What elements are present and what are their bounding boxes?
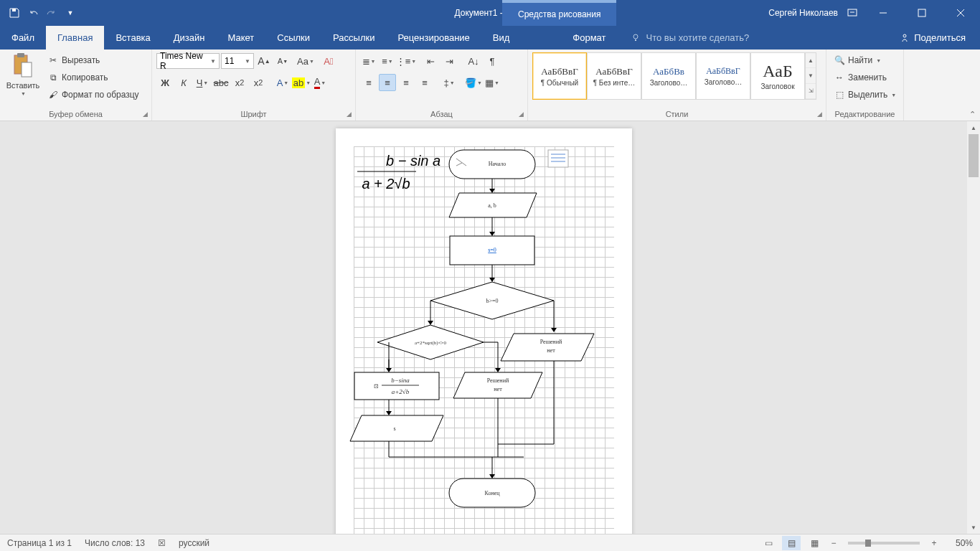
user-name[interactable]: Сергей Николаев — [768, 8, 838, 18]
shape-no-solution-2[interactable]: Решений нет — [453, 372, 542, 398]
shrink-font-button[interactable]: A▼ — [274, 52, 291, 70]
tab-mailings[interactable]: Рассылки — [321, 26, 386, 50]
font-color-button[interactable]: A▼ — [311, 74, 329, 91]
zoom-in-button[interactable]: + — [928, 537, 940, 549]
zoom-thumb[interactable] — [865, 540, 871, 547]
clipboard-dialog-launcher[interactable]: ◢ — [140, 109, 150, 119]
highlight-button[interactable]: ab▼ — [293, 74, 310, 91]
style-heading1[interactable]: АаБбВвЗаголово… — [641, 52, 696, 100]
multilevel-list-button[interactable]: ⋮≡▼ — [397, 52, 415, 70]
scroll-up-button[interactable]: ▲ — [967, 121, 980, 134]
status-proofing-icon[interactable]: ☒ — [158, 538, 166, 548]
select-button[interactable]: ⬚Выделить▼ — [831, 87, 899, 103]
line-spacing-button[interactable]: ‡▼ — [440, 74, 458, 91]
shape-start[interactable]: Начало — [449, 150, 535, 179]
tab-review[interactable]: Рецензирование — [386, 26, 481, 50]
border-button[interactable]: ▦▼ — [484, 74, 501, 91]
tab-format[interactable]: Формат — [561, 26, 617, 50]
bold-button[interactable]: Ж — [156, 74, 174, 91]
layout-options-icon[interactable] — [548, 150, 568, 167]
status-language[interactable]: русский — [179, 538, 209, 548]
style-heading2[interactable]: АаБбВвГЗаголово… — [696, 52, 750, 100]
vertical-scrollbar[interactable]: ▲ ▼ — [967, 121, 980, 534]
style-title[interactable]: АаБЗаголовок — [750, 52, 805, 100]
cut-button[interactable]: ✂Вырезать — [44, 52, 142, 68]
subscript-button[interactable]: x2 — [231, 74, 248, 91]
page[interactable]: b − sin a a + 2√b Начало a, b s= — [336, 128, 632, 534]
paragraph-dialog-launcher[interactable]: ◢ — [516, 109, 526, 119]
styles-scroll[interactable]: ▲▼⇲ — [805, 52, 816, 100]
styles-dialog-launcher[interactable]: ◢ — [814, 109, 824, 119]
show-marks-button[interactable]: ¶ — [484, 52, 501, 70]
text-effects-button[interactable]: A▼ — [274, 74, 291, 91]
tab-insert[interactable]: Вставка — [104, 26, 161, 50]
superscript-button[interactable]: x2 — [250, 74, 267, 91]
number-list-button[interactable]: ≡▼ — [379, 52, 396, 70]
shape-end[interactable]: Конец — [449, 479, 535, 507]
tell-me-search[interactable]: Что вы хотите сделать? — [618, 26, 886, 50]
format-painter-button[interactable]: 🖌Формат по образцу — [44, 87, 142, 103]
minimize-button[interactable] — [867, 0, 900, 26]
scroll-thumb[interactable] — [969, 134, 979, 177]
align-right-button[interactable]: ≡ — [397, 74, 415, 91]
title-bar: ▼ Документ1 - Word Средства рисования Се… — [0, 0, 980, 26]
svg-point-4 — [903, 34, 906, 37]
scroll-down-button[interactable]: ▼ — [967, 521, 980, 534]
print-layout-button[interactable]: ▤ — [782, 536, 801, 550]
shape-calc[interactable]: b−sina a+2√b ⊡ — [354, 372, 439, 400]
style-no-spacing[interactable]: АаБбВвГ¶ Без инте… — [587, 52, 641, 100]
paste-button[interactable]: Вставить ▼ — [4, 52, 42, 96]
web-layout-button[interactable]: ▦ — [805, 536, 824, 550]
flowchart[interactable]: b − sin a a + 2√b Начало a, b s= — [336, 128, 632, 534]
read-mode-button[interactable]: ▭ — [759, 536, 778, 550]
align-left-button[interactable]: ≡ — [360, 74, 377, 91]
undo-icon[interactable] — [24, 4, 42, 22]
zoom-slider[interactable] — [848, 542, 920, 545]
zoom-level[interactable]: 50% — [944, 538, 973, 548]
collapse-ribbon-button[interactable]: ⌃ — [969, 110, 976, 119]
save-icon[interactable] — [6, 4, 23, 22]
font-name-combo[interactable]: Times New R▼ — [156, 53, 220, 69]
replace-button[interactable]: ↔Заменить — [831, 70, 899, 85]
shape-decision2[interactable]: a+2*sqrt(b)<>0 — [377, 325, 484, 359]
justify-button[interactable]: ≡ — [416, 74, 433, 91]
shape-decision1[interactable]: b>=0 — [430, 282, 554, 319]
tab-layout[interactable]: Макет — [216, 26, 265, 50]
shape-output[interactable]: s — [350, 415, 443, 441]
clear-format-button[interactable]: A⃠ — [320, 52, 337, 70]
grow-font-button[interactable]: A▲ — [255, 52, 273, 70]
dec-indent-button[interactable]: ⇤ — [422, 52, 439, 70]
italic-button[interactable]: К — [175, 74, 192, 91]
shading-button[interactable]: 🪣▼ — [465, 74, 482, 91]
font-dialog-launcher[interactable]: ◢ — [344, 109, 354, 119]
redo-icon[interactable] — [43, 4, 60, 22]
underline-button[interactable]: Ч▼ — [194, 74, 211, 91]
zoom-out-button[interactable]: − — [828, 537, 839, 549]
share-button[interactable]: Поделиться — [885, 26, 980, 50]
find-button[interactable]: 🔍Найти▼ — [831, 52, 899, 68]
maximize-button[interactable] — [905, 0, 938, 26]
status-page[interactable]: Страница 1 из 1 — [7, 538, 72, 548]
styles-gallery[interactable]: АаБбВвГ¶ Обычный АаБбВвГ¶ Без инте… АаБб… — [532, 52, 816, 100]
close-button[interactable] — [944, 0, 977, 26]
tab-home[interactable]: Главная — [46, 26, 104, 50]
shape-input[interactable]: a, b — [449, 193, 537, 217]
tab-design[interactable]: Дизайн — [162, 26, 217, 50]
tab-references[interactable]: Ссылки — [265, 26, 321, 50]
tab-view[interactable]: Вид — [481, 26, 522, 50]
change-case-button[interactable]: Aa▼ — [297, 52, 314, 70]
ribbon-display-icon[interactable] — [844, 4, 861, 22]
qa-customize-icon[interactable]: ▼ — [62, 4, 79, 22]
style-normal[interactable]: АаБбВвГ¶ Обычный — [532, 52, 587, 100]
sort-button[interactable]: A↓ — [465, 52, 482, 70]
align-center-button[interactable]: ≡ — [379, 74, 396, 91]
strike-button[interactable]: abc — [212, 74, 230, 91]
font-size-combo[interactable]: 11▼ — [221, 53, 254, 69]
status-words[interactable]: Число слов: 13 — [85, 538, 145, 548]
tab-file[interactable]: Файл — [0, 26, 46, 50]
bullet-list-button[interactable]: ≣▼ — [360, 52, 377, 70]
shape-assign[interactable]: s=0 — [450, 236, 534, 265]
shape-no-solution-1[interactable]: Решений нет — [501, 334, 594, 361]
copy-button[interactable]: ⧉Копировать — [44, 70, 142, 85]
inc-indent-button[interactable]: ⇥ — [440, 52, 458, 70]
